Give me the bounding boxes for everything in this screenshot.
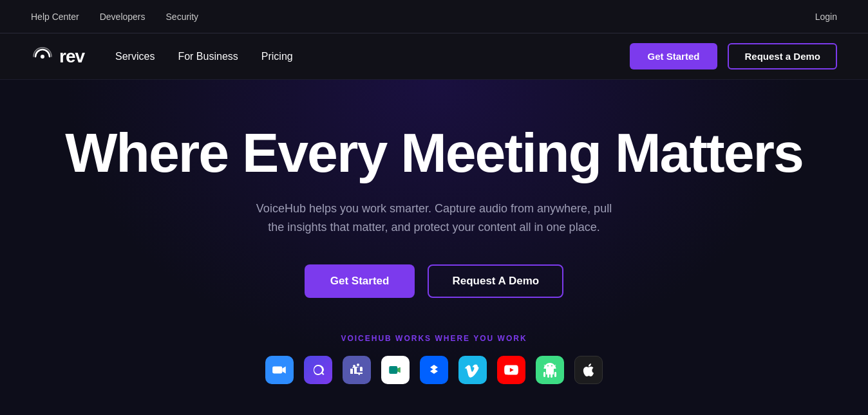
pricing-nav-link[interactable]: Pricing <box>261 51 293 62</box>
hero-section: Where Every Meeting Matters VoiceHub hel… <box>0 80 868 415</box>
works-label: VOICEHUB WORKS WHERE YOU WORK <box>341 334 527 343</box>
help-center-link[interactable]: Help Center <box>31 12 79 22</box>
login-link[interactable]: Login <box>815 12 837 22</box>
hero-request-demo-button[interactable]: Request A Demo <box>428 264 563 298</box>
nav-links: Services For Business Pricing <box>115 51 293 62</box>
nav-get-started-button[interactable]: Get Started <box>630 43 718 69</box>
logo-text: rev <box>59 46 84 67</box>
hero-buttons: Get Started Request A Demo <box>305 264 563 298</box>
nav-right: Get Started Request a Demo <box>630 43 837 69</box>
hero-title: Where Every Meeting Matters <box>65 124 803 181</box>
nav-left: rev Services For Business Pricing <box>31 45 293 68</box>
logo[interactable]: rev <box>31 45 84 68</box>
apple-icon <box>574 356 603 384</box>
dropbox-icon <box>420 356 448 384</box>
google-meet-icon <box>381 356 410 384</box>
top-bar-links: Help Center Developers Security <box>31 12 198 22</box>
main-nav: rev Services For Business Pricing Get St… <box>0 33 868 80</box>
developers-link[interactable]: Developers <box>100 12 146 22</box>
vowel-icon <box>304 356 332 384</box>
teams-icon <box>343 356 371 384</box>
svg-point-1 <box>41 55 44 59</box>
svg-rect-2 <box>272 367 282 374</box>
app-icons-row <box>265 356 603 384</box>
zoom-icon <box>265 356 294 384</box>
rev-logo-icon <box>31 45 54 68</box>
top-bar: Help Center Developers Security Login <box>0 0 868 33</box>
for-business-nav-link[interactable]: For Business <box>178 51 238 62</box>
vimeo-icon <box>458 356 487 384</box>
hero-get-started-button[interactable]: Get Started <box>305 264 415 298</box>
security-link[interactable]: Security <box>166 12 199 22</box>
nav-request-demo-button[interactable]: Request a Demo <box>728 43 837 69</box>
hero-subtitle: VoiceHub helps you work smarter. Capture… <box>254 199 614 237</box>
svg-point-3 <box>353 365 355 367</box>
android-icon <box>536 356 564 384</box>
services-nav-link[interactable]: Services <box>115 51 155 62</box>
youtube-icon <box>497 356 525 384</box>
